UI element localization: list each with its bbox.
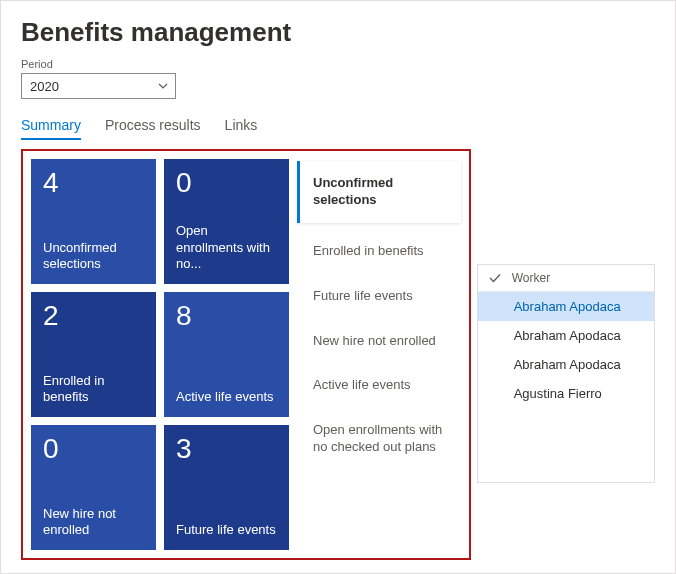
workers-header[interactable]: Worker <box>478 265 654 292</box>
chevron-down-icon <box>157 80 169 92</box>
list-item-enrolled-benefits[interactable]: Enrolled in benefits <box>297 229 461 274</box>
tile-enrolled-benefits[interactable]: 2 Enrolled in benefits <box>31 292 156 417</box>
tile-active-life-events[interactable]: 8 Active life events <box>164 292 289 417</box>
list-item-future-life-events[interactable]: Future life events <box>297 274 461 319</box>
list-item-open-enrollments-no-plans[interactable]: Open enrollments with no checked out pla… <box>297 408 461 470</box>
workers-header-label: Worker <box>512 271 550 285</box>
tile-unconfirmed-selections[interactable]: 4 Unconfirmed selections <box>31 159 156 284</box>
tile-label: New hire not enrolled <box>43 506 144 539</box>
tile-label: Open enrollments with no... <box>176 223 277 272</box>
tile-future-life-events[interactable]: 3 Future life events <box>164 425 289 550</box>
tile-value: 2 <box>43 302 144 330</box>
summary-panel: 4 Unconfirmed selections 0 Open enrollme… <box>21 149 471 560</box>
page-title: Benefits management <box>21 17 655 48</box>
tile-value: 3 <box>176 435 277 463</box>
tile-label: Unconfirmed selections <box>43 240 144 273</box>
list-item-active-life-events[interactable]: Active life events <box>297 363 461 408</box>
period-select[interactable]: 2020 <box>21 73 176 99</box>
period-value: 2020 <box>30 79 59 94</box>
workers-panel: Worker Abraham Apodaca Abraham Apodaca A… <box>477 264 655 483</box>
list-item-new-hire-not-enrolled[interactable]: New hire not enrolled <box>297 319 461 364</box>
worker-row[interactable]: Abraham Apodaca <box>478 292 654 321</box>
workers-body: Abraham Apodaca Abraham Apodaca Abraham … <box>478 292 654 482</box>
tile-label: Future life events <box>176 522 277 538</box>
tile-label: Active life events <box>176 389 277 405</box>
tile-value: 8 <box>176 302 277 330</box>
tile-label: Enrolled in benefits <box>43 373 144 406</box>
tile-value: 4 <box>43 169 144 197</box>
tile-value: 0 <box>43 435 144 463</box>
period-label: Period <box>21 58 655 70</box>
worker-row[interactable]: Agustina Fierro <box>478 379 654 408</box>
tiles-grid: 4 Unconfirmed selections 0 Open enrollme… <box>31 159 289 550</box>
worker-row[interactable]: Abraham Apodaca <box>478 321 654 350</box>
summary-list: Unconfirmed selections Enrolled in benef… <box>297 159 461 550</box>
tile-value: 0 <box>176 169 277 197</box>
list-item-unconfirmed-selections[interactable]: Unconfirmed selections <box>297 161 461 223</box>
tab-process-results[interactable]: Process results <box>105 113 201 139</box>
check-icon <box>488 271 502 285</box>
tile-new-hire-not-enrolled[interactable]: 0 New hire not enrolled <box>31 425 156 550</box>
tabs: Summary Process results Links <box>21 113 655 139</box>
worker-row[interactable]: Abraham Apodaca <box>478 350 654 379</box>
tab-summary[interactable]: Summary <box>21 113 81 139</box>
tab-links[interactable]: Links <box>225 113 258 139</box>
tile-open-enrollments[interactable]: 0 Open enrollments with no... <box>164 159 289 284</box>
